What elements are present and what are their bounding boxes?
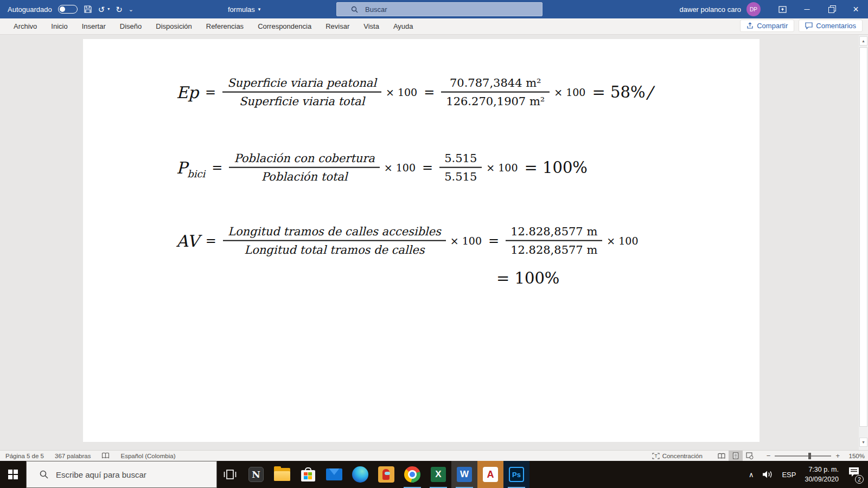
fraction-text: Población con cobertura Población total <box>229 150 379 186</box>
tab-diseno[interactable]: Diseño <box>113 18 149 35</box>
page-count[interactable]: Página 5 de 5 <box>5 453 44 459</box>
equals-sign: = <box>205 85 216 100</box>
taskbar-item-autocad[interactable]: A <box>477 461 503 488</box>
taskbar-item-excel[interactable]: X <box>425 461 451 488</box>
word-count[interactable]: 367 palabras <box>55 453 91 459</box>
undo-icon[interactable]: ↺ <box>98 5 105 14</box>
taskbar-item-edge[interactable] <box>347 461 373 488</box>
tab-inicio[interactable]: Inicio <box>44 18 74 35</box>
language-indicator[interactable]: ESP <box>782 471 796 479</box>
document-title-dropdown-icon: ▾ <box>258 7 261 12</box>
comments-button[interactable]: Comentarios <box>799 20 863 32</box>
taskbar-item-photoshop[interactable]: Ps <box>503 461 529 488</box>
equals-sign: = <box>212 160 222 175</box>
fraction-values: 70.787,3844 m² 126.270,1907 m² <box>441 74 550 111</box>
taskbar-item-mail[interactable] <box>321 461 347 488</box>
ribbon-search-box[interactable] <box>336 2 542 16</box>
restore-button[interactable] <box>819 0 844 18</box>
taskbar-item-microsoft-store[interactable] <box>295 461 321 488</box>
minimize-button[interactable]: ─ <box>795 0 819 18</box>
excel-icon: X <box>431 467 446 482</box>
formula-av[interactable]: AV = Longitud tramos de calles accesible… <box>176 223 639 259</box>
document-page[interactable]: Ep = Superficie viaria peatonal Superfic… <box>83 39 760 442</box>
print-layout-icon <box>732 452 739 459</box>
system-tray: ∧ ESP 7:30 p. m. 30/09/2020 2 <box>749 461 868 488</box>
ribbon-display-options-button[interactable] <box>770 0 795 18</box>
formula-pbici[interactable]: Pbici = Población con cobertura Població… <box>176 150 588 186</box>
fraction-text: Longitud tramos de calles accesibles Lon… <box>223 223 446 259</box>
times-100: × 100 <box>554 86 585 98</box>
start-button[interactable] <box>0 461 26 488</box>
formula-lhs: Pbici <box>176 158 205 177</box>
redo-icon[interactable]: ↻ <box>116 5 123 14</box>
edge-icon <box>352 466 368 483</box>
ribbon-tabs: Archivo Inicio Insertar Diseño Disposici… <box>0 18 420 35</box>
search-input[interactable] <box>352 5 515 14</box>
document-title[interactable]: formulas ▾ <box>228 0 260 18</box>
tray-expand-icon[interactable]: ∧ <box>749 471 754 479</box>
autosave-label: Autoguardado <box>8 5 52 14</box>
close-button[interactable]: × <box>844 0 868 18</box>
zoom-slider[interactable] <box>775 455 831 457</box>
language-status[interactable]: Español (Colombia) <box>120 453 175 459</box>
share-button[interactable]: Compartir <box>740 20 794 32</box>
zoom-percentage[interactable]: 150% <box>844 453 865 459</box>
vertical-scrollbar[interactable]: ▲ ▼ <box>859 35 868 450</box>
close-icon: × <box>853 4 859 15</box>
tab-correspondencia[interactable]: Correspondencia <box>251 18 318 35</box>
web-layout-button[interactable] <box>743 451 757 461</box>
tab-archivo[interactable]: Archivo <box>7 18 44 35</box>
status-bar-left: Página 5 de 5 367 palabras Español (Colo… <box>0 452 175 459</box>
user-name: dawer polanco caro <box>680 5 741 14</box>
tab-referencias[interactable]: Referencias <box>199 18 251 35</box>
document-title-text: formulas <box>228 5 255 14</box>
action-center-button[interactable]: 2 <box>847 466 861 483</box>
taskbar-search-box[interactable] <box>26 461 217 488</box>
taskbar-item-file-explorer[interactable] <box>269 461 295 488</box>
task-view-icon <box>224 468 237 480</box>
tab-insertar[interactable]: Insertar <box>75 18 113 35</box>
clock[interactable]: 7:30 p. m. 30/09/2020 <box>805 465 839 484</box>
taskbar-search-input[interactable] <box>56 470 197 479</box>
comments-label: Comentarios <box>816 22 856 30</box>
focus-mode-button[interactable]: T Concentración <box>652 453 703 459</box>
volume-icon[interactable] <box>762 470 773 479</box>
undo-dropdown-icon[interactable]: ▾ <box>107 7 110 11</box>
times-100: × 100 <box>486 162 518 174</box>
formula-ep[interactable]: Ep = Superficie viaria peatonal Superfic… <box>176 74 652 111</box>
proofing-icon[interactable] <box>101 452 110 459</box>
taskbar-item-among-us[interactable] <box>373 461 399 488</box>
fraction-values: 5.515 5.515 <box>439 150 482 186</box>
ribbon-tab-bar: Archivo Inicio Insertar Diseño Disposici… <box>0 18 868 35</box>
taskbar-item-word[interactable]: W <box>451 461 477 488</box>
tab-disposicion[interactable]: Disposición <box>149 18 199 35</box>
quick-access-toolbar: Autoguardado ↺ ▾ ↻ ⌄ <box>0 5 133 14</box>
share-label: Compartir <box>757 22 788 30</box>
word-application-window: Autoguardado ↺ ▾ ↻ ⌄ formulas ▾ dawer po… <box>0 0 868 488</box>
taskbar-item-notion[interactable]: N <box>243 461 269 488</box>
task-view-button[interactable] <box>217 461 243 488</box>
tray-time: 7:30 p. m. <box>808 466 839 473</box>
tab-vista[interactable]: Vista <box>356 18 386 35</box>
file-explorer-icon <box>274 468 290 481</box>
search-icon <box>40 470 48 479</box>
zoom-in-button[interactable]: + <box>835 452 840 460</box>
customize-qat-icon[interactable]: ⌄ <box>129 7 133 12</box>
zoom-out-button[interactable]: − <box>767 452 771 460</box>
scrollbar-thumb[interactable] <box>859 47 867 427</box>
avatar[interactable]: DP <box>746 2 761 16</box>
formula-av-continuation[interactable]: = 100% <box>496 269 559 287</box>
read-mode-button[interactable] <box>714 451 729 461</box>
windows-taskbar: N X W A Ps ∧ ESP 7:30 p. m. 30/09/2020 <box>0 461 868 488</box>
tab-revisar[interactable]: Revisar <box>318 18 356 35</box>
zoom-slider-thumb[interactable] <box>808 453 811 459</box>
scroll-down-button[interactable]: ▼ <box>859 438 867 447</box>
scroll-up-button[interactable]: ▲ <box>859 36 867 46</box>
restore-icon <box>829 7 834 12</box>
print-layout-button[interactable] <box>729 451 743 461</box>
save-icon[interactable] <box>84 5 92 14</box>
taskbar-item-chrome[interactable] <box>399 461 425 488</box>
formula-result: = 100% <box>525 158 588 177</box>
tab-ayuda[interactable]: Ayuda <box>386 18 420 35</box>
autosave-toggle[interactable] <box>58 5 78 14</box>
